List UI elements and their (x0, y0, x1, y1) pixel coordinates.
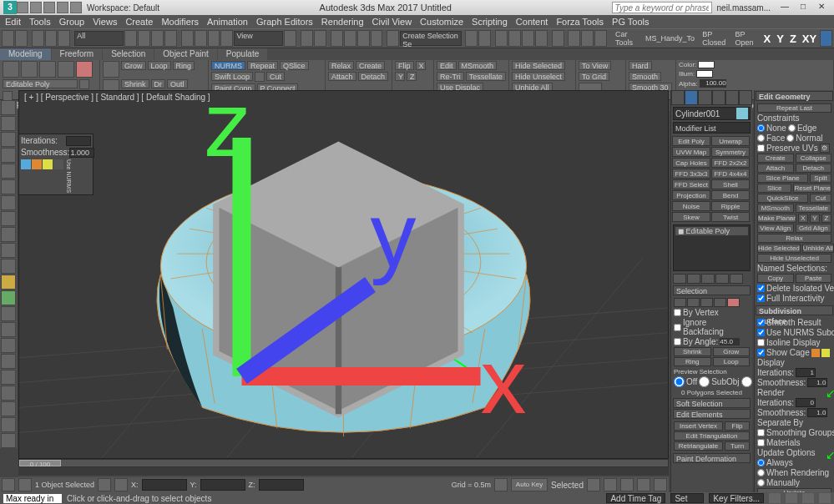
sel-polygon-icon[interactable] (714, 298, 726, 307)
tab-freeform[interactable]: Freeform (52, 48, 103, 60)
unlink-icon[interactable] (45, 30, 58, 47)
menu-pgtools[interactable]: PG Tools (612, 17, 649, 27)
planar-y-button[interactable]: Y (810, 214, 820, 223)
color-swatch[interactable] (698, 61, 715, 68)
rollout-selection-head[interactable]: Selection (673, 285, 751, 295)
modifier-list-dropdown[interactable]: Modifier List (673, 122, 751, 134)
sel-border-icon[interactable] (700, 298, 713, 307)
menu-create[interactable]: Create (125, 17, 153, 27)
object-color-swatch[interactable] (736, 108, 748, 119)
upd-rendering-radio[interactable] (757, 469, 765, 476)
play-prev-icon[interactable] (604, 478, 617, 491)
sub-retri-button[interactable]: Re-Tri (437, 72, 464, 81)
axis-xy-toggle[interactable]: XY (800, 33, 819, 45)
menu-edit[interactable]: Edit (5, 17, 21, 27)
eg-attach-button[interactable]: Attach (757, 164, 794, 173)
menu-scripting[interactable]: Scripting (472, 17, 508, 27)
coord-y-input[interactable] (200, 479, 245, 491)
window-crossing-icon[interactable] (164, 30, 177, 47)
pivot-icon[interactable] (284, 30, 296, 47)
toolbar-label-mshandy[interactable]: MS_Handy_To (642, 34, 698, 43)
preserve-uvs-checkbox[interactable] (757, 144, 765, 152)
grow-button[interactable]: Grow (121, 61, 146, 70)
by-vertex-checkbox[interactable] (674, 309, 681, 316)
float-iterations-input[interactable] (66, 136, 91, 146)
nurms-float-panel[interactable]: Iterations: Smoothness: Use NURMS (18, 134, 94, 195)
stack-item-editablepoly[interactable]: ◼ Editable Poly (675, 227, 748, 235)
eg-collapse-button[interactable]: Collapse (796, 154, 832, 163)
sel-grow-button[interactable]: Grow (713, 347, 751, 356)
status-lock-icon[interactable] (18, 478, 32, 491)
menu-grapheditors[interactable]: Graph Editors (256, 17, 313, 27)
delete-isolated-checkbox[interactable] (757, 285, 765, 292)
close-button[interactable]: ✕ (812, 2, 831, 13)
redo-icon[interactable] (15, 30, 28, 47)
retriangulate-button[interactable]: Retriangulate (674, 441, 723, 451)
constraint-normal-radio[interactable] (786, 134, 794, 142)
full-interactivity-checkbox[interactable] (757, 295, 765, 302)
bind-icon[interactable] (58, 30, 70, 47)
grid-align-button[interactable]: Grid Align (796, 224, 832, 233)
alpha-spinner[interactable]: 100.00 (700, 79, 726, 88)
mod-ffd2[interactable]: FFD 2x2x2 (711, 158, 750, 168)
flip-normals-button[interactable]: Flip (725, 421, 750, 431)
undo-icon[interactable] (2, 30, 14, 47)
preview-off-radio[interactable] (674, 376, 685, 387)
mod-ffd3[interactable]: FFD 3x3x3 (672, 169, 710, 179)
eg-create-button[interactable]: Create (757, 154, 794, 163)
mod-ffd4[interactable]: FFD 4x4x4 (711, 169, 750, 179)
hide-selected-button[interactable]: Hide Selected (512, 61, 565, 70)
menu-rendering[interactable]: Rendering (321, 17, 364, 27)
menu-modifiers[interactable]: Modifiers (161, 17, 199, 27)
tab-display-icon[interactable] (725, 90, 739, 105)
flip-button[interactable]: Flip (395, 61, 414, 70)
constraint-face-radio[interactable] (757, 134, 765, 142)
stack-config-icon[interactable] (730, 274, 743, 284)
tab-modify-icon[interactable] (685, 90, 698, 105)
align-icon[interactable] (478, 30, 491, 47)
repeat-last-button[interactable]: Repeat Last (757, 103, 831, 113)
attach-button[interactable]: Attach (328, 72, 356, 81)
status-script-icon[interactable] (2, 478, 15, 491)
axis-xyz-toggle[interactable] (820, 30, 832, 47)
subobj-edge-icon[interactable] (21, 61, 38, 78)
add-time-tag-button[interactable]: Add Time Tag (606, 493, 665, 503)
nav-zoom-icon[interactable] (786, 493, 797, 503)
minimize-button[interactable]: — (776, 2, 794, 13)
mod-projection[interactable]: Projection (672, 190, 710, 200)
qat-open-icon[interactable] (30, 2, 42, 13)
mod-unwrap[interactable]: Unwrap UVW (711, 136, 750, 146)
show-cage-checkbox[interactable] (757, 349, 765, 356)
selection-filter-dropdown[interactable]: All (74, 31, 124, 46)
menu-group[interactable]: Group (59, 17, 85, 27)
nav-maximize-icon[interactable] (819, 493, 831, 503)
link-icon[interactable] (32, 30, 44, 47)
stack-show-icon[interactable] (687, 274, 700, 284)
toggle-ribbon-icon[interactable] (508, 30, 521, 47)
coord-x-input[interactable] (142, 479, 187, 491)
disp-iterations-spinner[interactable]: 1 (796, 368, 816, 377)
rend-iterations-spinner[interactable]: 0 (796, 398, 816, 407)
float-sw2[interactable] (32, 159, 42, 169)
tab-hierarchy-icon[interactable] (698, 90, 711, 105)
sel-element-icon[interactable] (727, 298, 740, 307)
ref-coord-dropdown[interactable]: View (234, 31, 283, 46)
nav-orbit-icon[interactable] (802, 493, 814, 503)
by-angle-checkbox[interactable] (674, 338, 681, 345)
curve-editor-icon[interactable] (522, 30, 534, 47)
upd-always-radio[interactable] (757, 459, 765, 466)
qslice-button[interactable]: QSlice (280, 61, 309, 70)
autokey-button[interactable]: Auto Key (511, 478, 548, 491)
render-icon[interactable] (594, 30, 607, 47)
sel-edge-icon[interactable] (687, 298, 700, 307)
float-smoothness-input[interactable] (69, 148, 94, 158)
upd-manually-radio[interactable] (757, 479, 765, 486)
time-config-icon[interactable] (494, 478, 508, 491)
eg-unhide-all-button[interactable]: Unhide All (802, 244, 834, 253)
render-setup-icon[interactable] (568, 30, 580, 47)
make-planar-button[interactable]: Make Planar (757, 214, 796, 223)
menu-tools[interactable]: Tools (29, 17, 51, 27)
tab-motion-icon[interactable] (712, 90, 725, 105)
key-filters-button[interactable]: Key Filters... (709, 493, 764, 503)
rollout-paintdeform-head[interactable]: Paint Deformation (673, 453, 751, 463)
